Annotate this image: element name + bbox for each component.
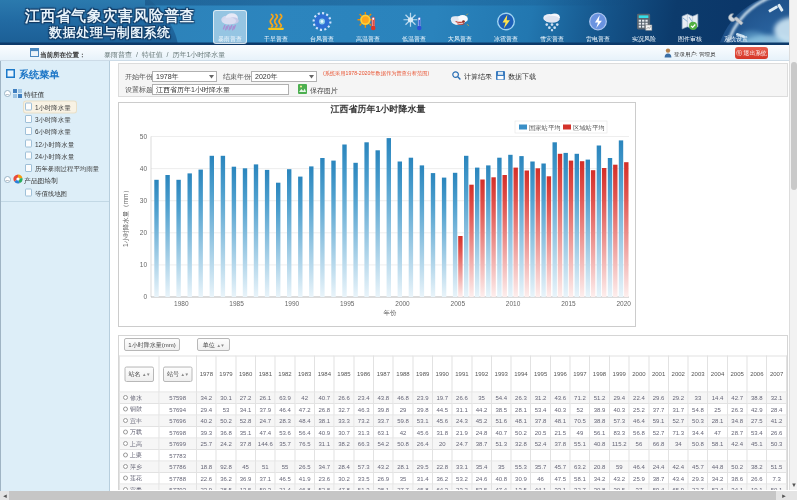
svg-text:1980: 1980 (174, 300, 189, 307)
svg-text:国家站平均: 国家站平均 (529, 124, 560, 132)
svg-text:50: 50 (140, 133, 148, 140)
svg-text:30: 30 (140, 197, 148, 204)
svg-text:2000: 2000 (395, 300, 410, 307)
svg-text:2015: 2015 (561, 300, 576, 307)
svg-text:区域站平均: 区域站平均 (573, 124, 604, 131)
svg-text:江西省历年1小时降水量: 江西省历年1小时降水量 (329, 104, 425, 114)
svg-text:2020: 2020 (616, 300, 631, 307)
svg-text:2005: 2005 (451, 300, 466, 307)
svg-text:1995: 1995 (340, 300, 355, 307)
svg-text:10: 10 (140, 261, 148, 268)
svg-text:20: 20 (140, 229, 148, 236)
svg-text:2010: 2010 (506, 300, 521, 307)
svg-text:1985: 1985 (229, 300, 244, 307)
svg-text:1小时降水量（mm）: 1小时降水量（mm） (122, 187, 130, 247)
svg-text:1990: 1990 (285, 300, 300, 307)
svg-text:40: 40 (140, 165, 148, 172)
svg-text:年份: 年份 (384, 309, 398, 317)
svg-text:0: 0 (143, 293, 147, 300)
